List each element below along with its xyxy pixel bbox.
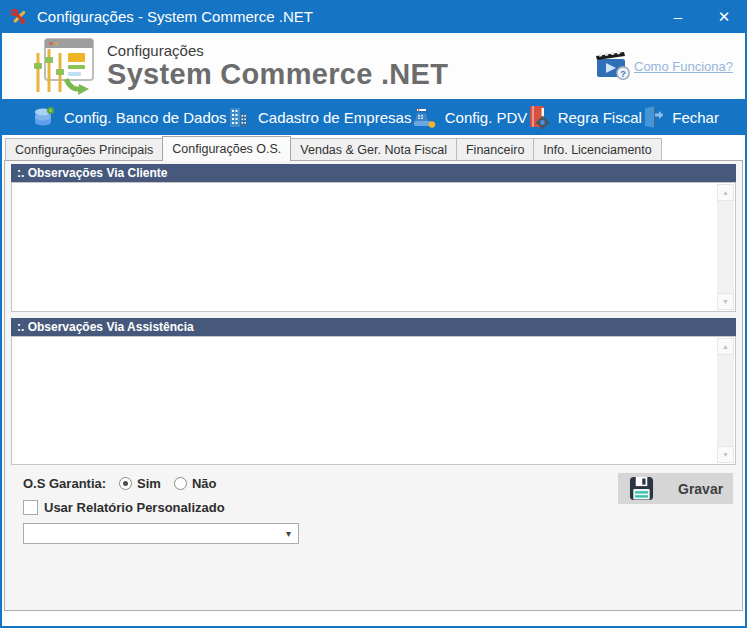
tab-financeiro[interactable]: Financeiro <box>456 138 534 160</box>
header: Configurações System Commerce .NET ? <box>2 33 745 99</box>
toolbar-button-regra-fiscal[interactable]: Regra Fiscal <box>528 105 642 129</box>
section-header-observacoes-via-assistencia: :. Observações Via Assistência <box>11 318 736 336</box>
close-button[interactable]: ✕ <box>701 0 747 33</box>
toolbar-button-config-pdv[interactable]: Config. PDV <box>412 106 528 129</box>
tab-strip: Configurações Principais Configurações O… <box>2 135 745 160</box>
tab-configuracoes-os[interactable]: Configurações O.S. <box>162 136 291 161</box>
scroll-down-icon[interactable]: ▼ <box>717 446 734 463</box>
database-gear-icon <box>32 106 55 129</box>
observacoes-via-assistencia-textarea[interactable]: ▲ ▼ <box>11 336 736 465</box>
tab-info-licenciamento[interactable]: Info. Licenciamento <box>533 138 661 160</box>
usar-relatorio-label[interactable]: Usar Relatório Personalizado <box>44 500 225 515</box>
title-bar: Configurações - System Commerce .NET – ✕ <box>0 0 747 33</box>
video-help-icon: ? <box>596 51 632 81</box>
app-window: Configurações - System Commerce .NET – ✕ <box>0 0 747 628</box>
toolbar-button-cadastro-de-empresas[interactable]: Cadastro de Empresas <box>227 106 411 128</box>
radio-sim[interactable] <box>119 477 132 490</box>
toolbar-label: Regra Fiscal <box>558 109 642 126</box>
floppy-disk-icon <box>629 476 654 501</box>
settings-sliders-logo-icon <box>30 38 94 96</box>
building-icon <box>227 106 249 128</box>
window-body: Configurações System Commerce .NET ? <box>0 33 747 628</box>
tab-vendas-ger-nota-fiscal[interactable]: Vendas & Ger. Nota Fiscal <box>290 138 457 160</box>
observacoes-via-cliente-text[interactable] <box>16 185 715 309</box>
radio-sim-label[interactable]: Sim <box>137 476 161 491</box>
section-header-observacoes-via-cliente: :. Observações Via Cliente <box>11 164 736 182</box>
toolbar-button-config-banco-de-dados[interactable]: Config. Banco de Dados <box>32 106 227 129</box>
svg-text:?: ? <box>620 69 626 79</box>
header-titles: Configurações System Commerce .NET <box>107 42 448 89</box>
chevron-down-icon: ▾ <box>286 528 291 539</box>
gravar-button[interactable]: Gravar <box>618 473 733 504</box>
exit-door-icon <box>642 106 663 128</box>
book-gear-icon <box>528 105 549 129</box>
radio-nao[interactable] <box>174 477 187 490</box>
header-subtitle: Configurações <box>107 42 448 59</box>
scroll-down-icon[interactable]: ▼ <box>717 293 734 310</box>
toolbar-label: Cadastro de Empresas <box>258 109 411 126</box>
relatorio-combobox[interactable]: ▾ <box>23 523 299 544</box>
window-title: Configurações - System Commerce .NET <box>37 8 313 25</box>
radio-nao-label[interactable]: Não <box>192 476 217 491</box>
gravar-label: Gravar <box>678 481 723 497</box>
observacoes-via-assistencia-text[interactable] <box>16 339 715 462</box>
minimize-button[interactable]: – <box>655 0 701 33</box>
tab-configuracoes-principais[interactable]: Configurações Principais <box>5 138 163 160</box>
scroll-up-icon[interactable]: ▲ <box>717 184 734 201</box>
cash-register-icon <box>412 106 436 129</box>
toolbar-label: Config. PDV <box>445 109 528 126</box>
scroll-up-icon[interactable]: ▲ <box>717 338 734 355</box>
observacoes-via-cliente-textarea[interactable]: ▲ ▼ <box>11 182 736 312</box>
scrollbar[interactable]: ▲ ▼ <box>717 184 734 310</box>
page-title: System Commerce .NET <box>107 59 448 89</box>
como-funciona-link[interactable]: ? Como Funciona? <box>596 51 733 81</box>
scrollbar[interactable]: ▲ ▼ <box>717 338 734 463</box>
usar-relatorio-checkbox[interactable] <box>23 500 38 515</box>
toolbar-label: Fechar <box>672 109 719 126</box>
toolbar: Config. Banco de Dados Ca <box>2 99 745 135</box>
como-funciona-label: Como Funciona? <box>634 59 733 74</box>
tab-page-configuracoes-os: :. Observações Via Cliente ▲ ▼ :. Observ… <box>4 160 743 611</box>
toolbar-button-fechar[interactable]: Fechar <box>642 106 719 128</box>
tools-icon <box>10 8 28 26</box>
os-garantia-label: O.S Garantia: <box>23 476 106 491</box>
toolbar-label: Config. Banco de Dados <box>64 109 227 126</box>
